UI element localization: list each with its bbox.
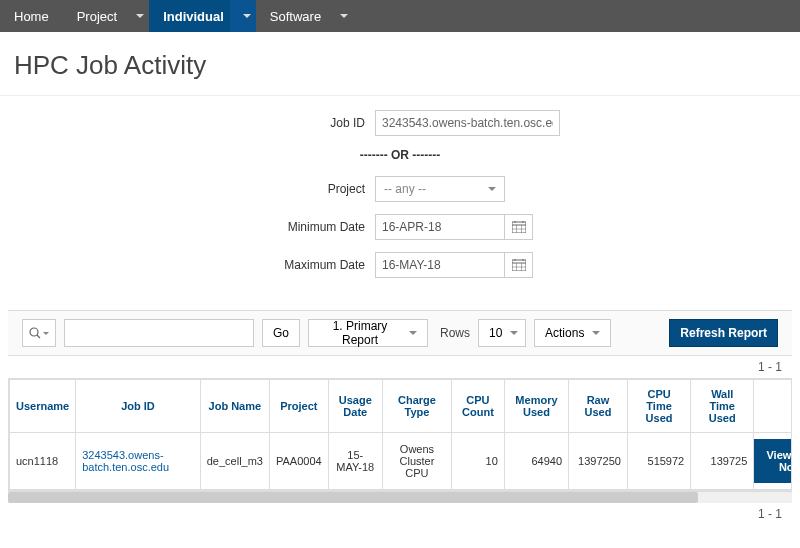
col-cpu-count[interactable]: CPU Count <box>452 380 505 433</box>
job-id-label: Job ID <box>10 116 375 130</box>
filter-panel: Job ID ------- OR ------- Project -- any… <box>0 96 800 300</box>
result-range-bottom: 1 - 1 <box>0 503 800 525</box>
nav-software[interactable]: Software <box>256 0 353 32</box>
go-button[interactable]: Go <box>262 319 300 347</box>
search-column-select[interactable] <box>22 319 56 347</box>
rows-select[interactable]: 10 <box>478 319 526 347</box>
nav-project-label: Project <box>77 9 117 24</box>
col-job-id[interactable]: Job ID <box>76 380 201 433</box>
nav-home[interactable]: Home <box>0 0 63 32</box>
cell-job-name: de_cell_m3 <box>200 433 269 490</box>
min-date-picker-button[interactable] <box>505 214 533 240</box>
or-separator: ------- OR ------- <box>10 148 790 162</box>
job-id-input[interactable] <box>375 110 560 136</box>
cell-action: View/Add Note <box>754 433 792 490</box>
cell-wall-time-used: 139725 <box>691 433 754 490</box>
project-select-value: -- any -- <box>384 182 426 196</box>
nav-individual[interactable]: Individual <box>149 0 256 32</box>
page-title: HPC Job Activity <box>0 32 800 96</box>
chevron-down-icon <box>592 331 600 335</box>
nav-home-label: Home <box>14 9 49 24</box>
cell-username: ucn1118 <box>10 433 76 490</box>
top-nav: Home Project Individual Software <box>0 0 800 32</box>
project-select[interactable]: -- any -- <box>375 176 505 202</box>
nav-individual-label: Individual <box>163 9 224 24</box>
nav-software-label: Software <box>270 9 321 24</box>
col-project[interactable]: Project <box>269 380 328 433</box>
project-label: Project <box>10 182 375 196</box>
cell-raw-used: 1397250 <box>569 433 628 490</box>
chevron-down-icon <box>488 187 496 191</box>
view-add-note-button[interactable]: View/Add Note <box>754 439 792 483</box>
refresh-label: Refresh Report <box>680 326 767 340</box>
chevron-down-icon <box>340 14 348 18</box>
search-input[interactable] <box>64 319 254 347</box>
chevron-down-icon <box>409 331 417 335</box>
svg-rect-7 <box>512 260 526 271</box>
col-cpu-time-used[interactable]: CPU Time Used <box>627 380 690 433</box>
calendar-icon <box>512 259 526 271</box>
cell-charge-type: Owens Cluster CPU <box>382 433 451 490</box>
report-select[interactable]: 1. Primary Report <box>308 319 428 347</box>
go-button-label: Go <box>273 326 289 340</box>
report-toolbar: Go 1. Primary Report Rows 10 Actions Ref… <box>8 310 792 356</box>
chevron-down-icon <box>243 14 251 18</box>
col-job-name[interactable]: Job Name <box>200 380 269 433</box>
results-table-wrap: Username Job ID Job Name Project Usage D… <box>8 378 792 491</box>
col-usage-date[interactable]: Usage Date <box>328 380 382 433</box>
col-raw-used[interactable]: Raw Used <box>569 380 628 433</box>
cell-usage-date: 15-MAY-18 <box>328 433 382 490</box>
svg-line-15 <box>37 335 40 338</box>
chevron-down-icon <box>136 14 144 18</box>
horizontal-scrollbar[interactable] <box>8 491 792 503</box>
col-action <box>754 380 792 433</box>
max-date-label: Maximum Date <box>10 258 375 272</box>
cell-cpu-count: 10 <box>452 433 505 490</box>
min-date-input[interactable] <box>375 214 505 240</box>
search-icon <box>29 327 41 339</box>
col-username[interactable]: Username <box>10 380 76 433</box>
svg-point-14 <box>30 328 38 336</box>
cell-memory-used: 64940 <box>504 433 568 490</box>
cell-cpu-time-used: 515972 <box>627 433 690 490</box>
actions-label: Actions <box>545 326 584 340</box>
col-memory-used[interactable]: Memory Used <box>504 380 568 433</box>
job-id-link[interactable]: 3243543.owens-batch.ten.osc.edu <box>82 449 169 473</box>
cell-project: PAA0004 <box>269 433 328 490</box>
nav-project[interactable]: Project <box>63 0 149 32</box>
col-charge-type[interactable]: Charge Type <box>382 380 451 433</box>
rows-label: Rows <box>440 326 470 340</box>
min-date-label: Minimum Date <box>10 220 375 234</box>
chevron-down-icon <box>510 331 518 335</box>
table-header-row: Username Job ID Job Name Project Usage D… <box>10 380 793 433</box>
calendar-icon <box>512 221 526 233</box>
table-row: ucn1118 3243543.owens-batch.ten.osc.edu … <box>10 433 793 490</box>
refresh-report-button[interactable]: Refresh Report <box>669 319 778 347</box>
result-range-top: 1 - 1 <box>0 356 800 378</box>
max-date-picker-button[interactable] <box>505 252 533 278</box>
rows-value: 10 <box>489 326 502 340</box>
cell-job-id: 3243543.owens-batch.ten.osc.edu <box>76 433 201 490</box>
actions-button[interactable]: Actions <box>534 319 611 347</box>
max-date-input[interactable] <box>375 252 505 278</box>
results-table: Username Job ID Job Name Project Usage D… <box>9 379 792 490</box>
report-select-label: 1. Primary Report <box>319 319 401 347</box>
svg-rect-0 <box>512 222 526 233</box>
chevron-down-icon <box>43 332 49 335</box>
col-wall-time-used[interactable]: Wall Time Used <box>691 380 754 433</box>
